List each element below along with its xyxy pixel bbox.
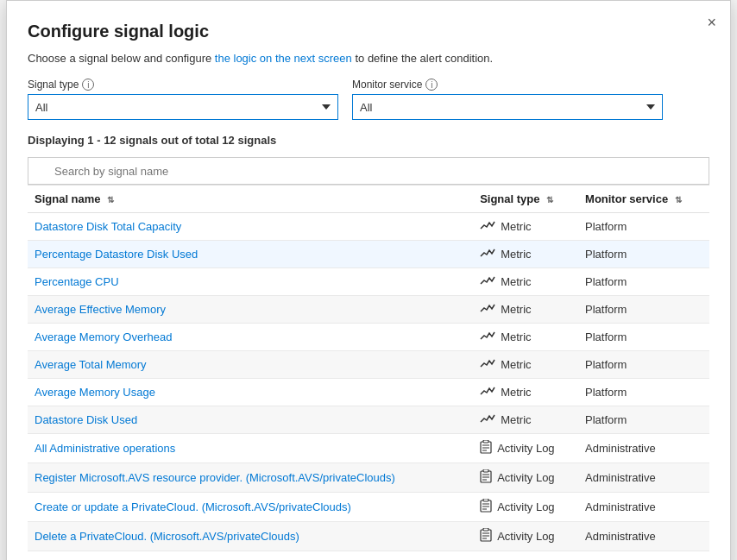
metric-icon <box>480 274 495 289</box>
signal-type-select[interactable]: All Metric Activity Log <box>28 94 338 120</box>
signals-table: Signal name ⇅ Signal type ⇅ Monitor serv… <box>28 185 709 551</box>
metric-icon <box>480 357 495 372</box>
signal-type-cell: Metric <box>480 385 571 400</box>
activity-log-icon <box>480 440 492 456</box>
signal-name-link[interactable]: Datastore Disk Used <box>35 413 137 426</box>
monitor-service-label: Monitor service i <box>352 79 663 91</box>
signal-name-link[interactable]: Average Total Memory <box>35 358 147 371</box>
close-button[interactable]: × <box>707 15 716 30</box>
signal-type-cell: Activity Log <box>480 528 571 544</box>
signal-type-text: Activity Log <box>497 471 554 484</box>
monitor-service-cell: Administrative <box>578 522 709 551</box>
monitor-service-cell: Platform <box>578 351 709 379</box>
monitor-service-cell: Platform <box>578 241 709 268</box>
signal-type-cell: Metric <box>480 302 571 317</box>
table-header-row: Signal name ⇅ Signal type ⇅ Monitor serv… <box>28 186 709 213</box>
search-wrapper: 🔍 <box>28 157 709 185</box>
metric-icon <box>480 412 495 427</box>
signal-type-info-icon[interactable]: i <box>82 79 94 91</box>
table-row: Datastore Disk Total Capacity MetricPlat… <box>28 213 709 241</box>
signal-type-cell: Activity Log <box>480 469 571 486</box>
activity-log-icon <box>480 499 492 515</box>
signal-type-cell: Metric <box>480 219 571 234</box>
sort-signal-name-icon[interactable]: ⇅ <box>107 195 114 204</box>
signal-type-text: Metric <box>501 248 531 261</box>
signal-type-text: Metric <box>501 413 531 426</box>
metric-icon <box>480 219 495 234</box>
monitor-service-cell: Platform <box>578 379 709 406</box>
signal-type-text: Metric <box>501 303 531 316</box>
activity-log-icon <box>480 528 492 544</box>
svg-rect-1 <box>483 440 488 443</box>
metric-icon <box>480 330 495 344</box>
signal-name-link[interactable]: Average Effective Memory <box>35 303 166 316</box>
table-row: Delete a PrivateCloud. (Microsoft.AVS/pr… <box>28 522 709 551</box>
metric-icon <box>480 247 495 261</box>
monitor-service-cell: Platform <box>578 213 709 241</box>
signal-name-link[interactable]: Average Memory Usage <box>35 386 155 399</box>
description-link[interactable]: the logic on the next screen <box>215 52 352 65</box>
sort-monitor-service-icon[interactable]: ⇅ <box>675 195 682 204</box>
monitor-service-filter-group: Monitor service i All Platform Administr… <box>352 79 663 120</box>
table-row: Average Total Memory MetricPlatform <box>28 351 709 379</box>
activity-log-icon <box>480 469 492 486</box>
table-row: Average Effective Memory MetricPlatform <box>28 296 709 324</box>
signal-type-text: Metric <box>501 330 531 343</box>
signal-name-link[interactable]: Datastore Disk Total Capacity <box>35 220 181 233</box>
signal-name-link[interactable]: Delete a PrivateCloud. (Microsoft.AVS/pr… <box>35 530 299 543</box>
table-body: Datastore Disk Total Capacity MetricPlat… <box>28 213 709 551</box>
table-row: Average Memory Usage MetricPlatform <box>28 379 709 406</box>
svg-rect-16 <box>483 528 488 531</box>
table-row: Average Memory Overhead MetricPlatform <box>28 324 709 351</box>
monitor-service-info-icon[interactable]: i <box>425 79 438 91</box>
signal-name-link[interactable]: Register Microsoft.AVS resource provider… <box>35 471 395 484</box>
search-input[interactable] <box>28 157 709 185</box>
signal-type-cell: Activity Log <box>480 440 571 456</box>
table-row: Create or update a PrivateCloud. (Micros… <box>28 493 709 522</box>
signal-type-text: Activity Log <box>497 530 554 543</box>
signal-name-link[interactable]: Average Memory Overhead <box>35 330 172 343</box>
monitor-service-cell: Administrative <box>578 463 709 493</box>
dialog-description: Choose a signal below and configure the … <box>28 52 709 65</box>
table-row: All Administrative operations Activity L… <box>28 434 709 463</box>
col-signal-name: Signal name ⇅ <box>28 186 473 213</box>
monitor-service-cell: Administrative <box>578 434 709 463</box>
configure-signal-dialog: Configure signal logic × Choose a signal… <box>6 0 731 560</box>
monitor-service-cell: Administrative <box>578 493 709 522</box>
signal-type-text: Activity Log <box>497 442 554 455</box>
signal-type-text: Metric <box>501 358 531 371</box>
metric-icon <box>480 385 495 400</box>
col-signal-type: Signal type ⇅ <box>473 186 578 213</box>
table-row: Percentage Datastore Disk Used MetricPla… <box>28 241 709 268</box>
table-row: Register Microsoft.AVS resource provider… <box>28 463 709 493</box>
col-monitor-service: Monitor service ⇅ <box>578 186 709 213</box>
signal-name-link[interactable]: Percentage Datastore Disk Used <box>35 248 198 261</box>
monitor-service-cell: Platform <box>578 296 709 324</box>
table-row: Percentage CPU MetricPlatform <box>28 268 709 296</box>
metric-icon <box>480 302 495 317</box>
filter-row: Signal type i All Metric Activity Log Mo… <box>28 79 709 120</box>
signal-type-label: Signal type i <box>28 79 338 91</box>
signal-type-cell: Metric <box>480 274 571 289</box>
signal-name-link[interactable]: Percentage CPU <box>35 275 119 288</box>
signal-type-cell: Metric <box>480 247 571 261</box>
signal-type-text: Metric <box>501 386 531 399</box>
signal-type-cell: Activity Log <box>480 499 571 515</box>
signal-name-link[interactable]: Create or update a PrivateCloud. (Micros… <box>35 500 351 513</box>
sort-signal-type-icon[interactable]: ⇅ <box>546 195 553 204</box>
svg-rect-11 <box>483 499 488 501</box>
monitor-service-cell: Platform <box>578 268 709 296</box>
dialog-title: Configure signal logic <box>28 22 709 41</box>
monitor-service-cell: Platform <box>578 406 709 434</box>
signal-type-cell: Metric <box>480 412 571 427</box>
signal-type-cell: Metric <box>480 357 571 372</box>
signal-type-text: Metric <box>501 275 531 288</box>
signal-name-link[interactable]: All Administrative operations <box>35 442 175 455</box>
signal-type-text: Activity Log <box>497 500 554 513</box>
monitor-service-cell: Platform <box>578 324 709 351</box>
monitor-service-select[interactable]: All Platform Administrative <box>352 94 663 120</box>
signal-type-cell: Metric <box>480 330 571 344</box>
signal-type-text: Metric <box>501 220 531 233</box>
displaying-count: Displaying 1 - 12 signals out of total 1… <box>28 134 709 147</box>
svg-rect-6 <box>483 469 488 472</box>
